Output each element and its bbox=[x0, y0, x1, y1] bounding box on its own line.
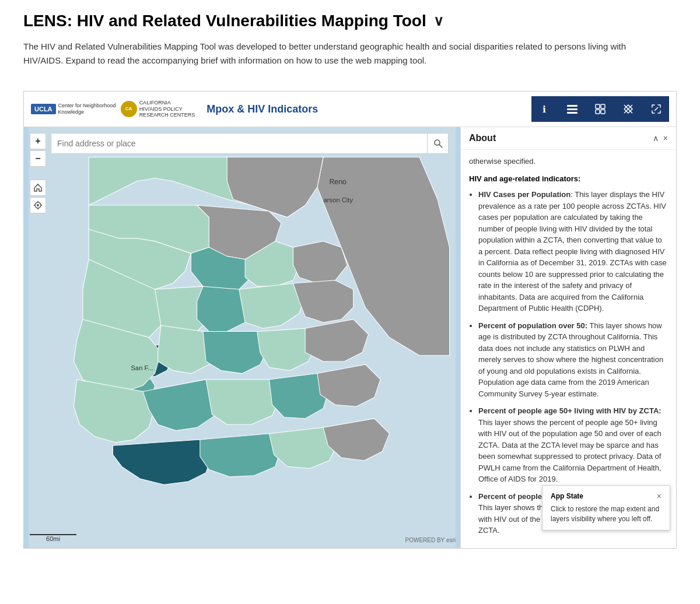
info-button[interactable]: ℹ bbox=[531, 96, 557, 122]
svg-rect-3 bbox=[596, 104, 600, 108]
grid-button[interactable] bbox=[615, 96, 641, 122]
page-header: LENS: HIV and Related Vulnerabilities Ma… bbox=[0, 0, 700, 73]
map-title: Mpox & HIV Indicators bbox=[206, 103, 318, 115]
svg-rect-4 bbox=[601, 104, 605, 108]
page-title: LENS: HIV and Related Vulnerabilities Ma… bbox=[23, 12, 426, 30]
map-body: Reno arson City San F... + − bbox=[24, 127, 676, 548]
cnk-logo: UCLA Center for Neighborhood Knowledge bbox=[31, 103, 116, 115]
search-input[interactable] bbox=[51, 133, 428, 154]
about-item-2: Percent of people age 50+ living with HI… bbox=[478, 405, 668, 485]
caids-text: CALIFORNIA HIV/AIDS POLICY RESEARCH CENT… bbox=[139, 100, 195, 118]
about-item-0-desc: : This layer displays the HIV prevalence… bbox=[478, 190, 667, 312]
about-collapse-button[interactable]: ∧ bbox=[653, 134, 659, 143]
svg-rect-0 bbox=[567, 105, 578, 107]
page-title-container: LENS: HIV and Related Vulnerabilities Ma… bbox=[23, 12, 677, 30]
svg-line-9 bbox=[654, 107, 658, 111]
about-header: About ∧ × bbox=[461, 127, 676, 150]
svg-point-45 bbox=[37, 204, 39, 206]
location-button[interactable] bbox=[30, 197, 46, 213]
about-section-title: HIV and age-related indicators: bbox=[469, 173, 668, 185]
about-intro: otherwise specified. bbox=[469, 156, 668, 167]
about-item-0-term: HIV Cases per Population bbox=[478, 190, 570, 199]
map-nav-buttons bbox=[30, 180, 46, 213]
about-title: About bbox=[469, 133, 496, 143]
sanf-label: San F... bbox=[131, 364, 153, 371]
cnk-text: Center for Neighborhood Knowledge bbox=[58, 103, 116, 115]
scale-label: 60mi bbox=[46, 535, 60, 542]
map-area[interactable]: Reno arson City San F... + − bbox=[24, 127, 460, 548]
map-toolbar: UCLA Center for Neighborhood Knowledge C… bbox=[24, 92, 676, 127]
layers-button[interactable] bbox=[559, 96, 585, 122]
california-map-svg: Reno arson City San F... bbox=[24, 127, 460, 548]
about-item-1: Percent of population over 50: This laye… bbox=[478, 320, 668, 400]
about-close-button[interactable]: × bbox=[663, 134, 668, 143]
app-state-text: Click to restore the map extent and laye… bbox=[551, 504, 662, 524]
caids-logo: CA CALIFORNIA HIV/AIDS POLICY RESEARCH C… bbox=[121, 100, 195, 118]
search-bar bbox=[51, 133, 449, 154]
caids-circle: CA bbox=[121, 101, 137, 117]
ucla-badge: UCLA bbox=[31, 104, 56, 114]
svg-rect-2 bbox=[567, 112, 578, 114]
svg-rect-1 bbox=[567, 108, 578, 110]
map-container: UCLA Center for Neighborhood Knowledge C… bbox=[23, 91, 677, 549]
about-item-2-desc: This layer shows the percent of people a… bbox=[478, 418, 662, 484]
esri-logo: POWERED BY esri bbox=[405, 537, 456, 543]
carson-label: arson City bbox=[323, 196, 353, 203]
home-button[interactable] bbox=[30, 180, 46, 196]
app-state-header: App State × bbox=[551, 491, 662, 501]
reno-label: Reno bbox=[329, 178, 346, 186]
about-item-2-term: Percent of people age 50+ living with HI… bbox=[478, 406, 662, 415]
expand-icon[interactable]: ∨ bbox=[433, 13, 444, 29]
zoom-controls: + − bbox=[30, 133, 46, 167]
about-item-1-desc: This layer shows how age is distributed … bbox=[478, 321, 663, 398]
about-header-icons: ∧ × bbox=[653, 134, 668, 143]
about-panel: About ∧ × otherwise specified. HIV and a… bbox=[460, 127, 676, 548]
scale-bar: 60mi bbox=[30, 534, 76, 542]
page-description: The HIV and Related Vulnerabilities Mapp… bbox=[23, 40, 665, 68]
app-state-close-button[interactable]: × bbox=[657, 491, 662, 501]
ucla-logos: UCLA Center for Neighborhood Knowledge C… bbox=[31, 100, 195, 118]
svg-rect-5 bbox=[596, 110, 600, 114]
svg-line-43 bbox=[439, 145, 442, 148]
search-button[interactable] bbox=[428, 133, 449, 154]
zoom-out-button[interactable]: − bbox=[30, 150, 46, 167]
about-item-0: HIV Cases per Population: This layer dis… bbox=[478, 189, 668, 314]
zoom-in-button[interactable]: + bbox=[30, 133, 46, 149]
about-items-list: HIV Cases per Population: This layer dis… bbox=[469, 189, 668, 536]
app-state-title: App State bbox=[551, 492, 583, 500]
toolbar-icons: ℹ bbox=[531, 96, 669, 122]
expand-map-button[interactable] bbox=[643, 96, 669, 122]
app-state-tooltip: App State × Click to restore the map ext… bbox=[542, 485, 670, 531]
list-button[interactable] bbox=[587, 96, 613, 122]
about-item-1-term: Percent of population over 50: bbox=[478, 321, 587, 330]
svg-rect-6 bbox=[601, 110, 605, 114]
